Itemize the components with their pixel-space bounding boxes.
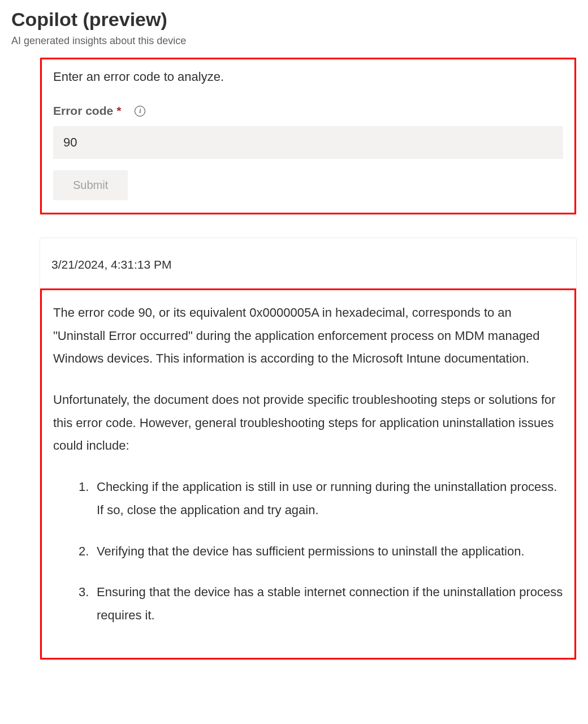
response-paragraph-1: The error code 90, or its equivalent 0x0… [53, 301, 563, 370]
error-code-label: Error code [53, 104, 113, 118]
error-code-input[interactable] [53, 126, 563, 159]
response-highlight: The error code 90, or its equivalent 0x0… [40, 288, 576, 660]
input-card-highlight: Enter an error code to analyze. Error co… [40, 58, 576, 214]
prompt-text: Enter an error code to analyze. [53, 70, 563, 84]
input-card: Enter an error code to analyze. Error co… [40, 57, 577, 215]
response-list: Checking if the application is still in … [53, 476, 563, 627]
list-item: Ensuring that the device has a stable in… [79, 581, 563, 627]
required-asterisk: * [116, 104, 121, 118]
field-label-row: Error code * i [53, 104, 563, 118]
response-card: 3/21/2024, 4:31:13 PM The error code 90,… [40, 238, 577, 660]
response-timestamp: 3/21/2024, 4:31:13 PM [40, 258, 576, 272]
page-title: Copilot (preview) [11, 8, 577, 31]
response-paragraph-2: Unfortunately, the document does not pro… [53, 389, 563, 458]
list-item: Verifying that the device has sufficient… [79, 540, 563, 563]
info-icon[interactable]: i [135, 106, 145, 117]
page-subtitle: AI generated insights about this device [11, 35, 577, 47]
submit-button[interactable]: Submit [53, 170, 128, 200]
list-item: Checking if the application is still in … [79, 476, 563, 522]
